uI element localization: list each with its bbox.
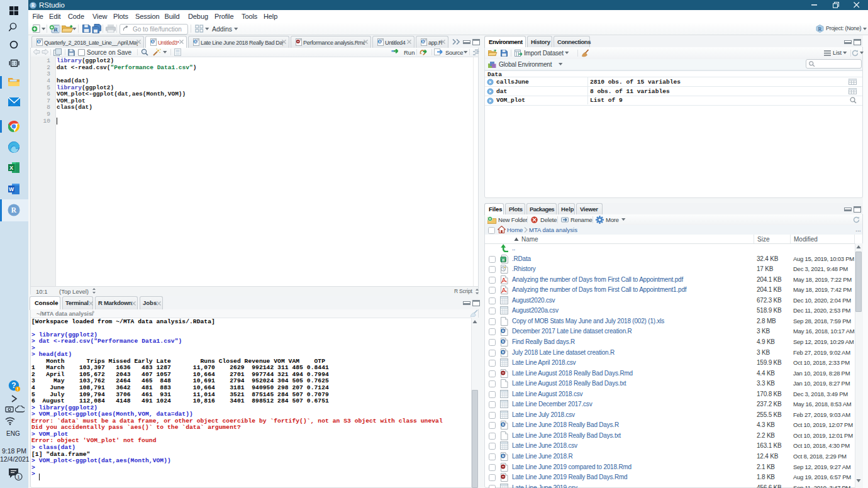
svg-text:R: R bbox=[422, 40, 425, 43]
svg-text:1: 1 bbox=[17, 474, 20, 480]
svg-text:R: R bbox=[31, 3, 35, 8]
svg-text:R: R bbox=[502, 423, 505, 427]
svg-text:R: R bbox=[379, 40, 382, 43]
svg-text:!: ! bbox=[17, 386, 19, 392]
svg-text:R: R bbox=[502, 330, 505, 333]
svg-text:R: R bbox=[194, 40, 198, 43]
svg-text:X: X bbox=[9, 165, 13, 171]
svg-text:R: R bbox=[11, 206, 17, 214]
svg-text:R: R bbox=[818, 26, 822, 32]
svg-text:R: R bbox=[502, 350, 505, 354]
svg-text:R: R bbox=[38, 40, 41, 43]
svg-text:R: R bbox=[152, 40, 155, 43]
svg-text:W: W bbox=[9, 186, 14, 192]
svg-text:R: R bbox=[502, 454, 505, 458]
svg-text:R: R bbox=[502, 258, 504, 262]
svg-text:R: R bbox=[502, 340, 505, 343]
